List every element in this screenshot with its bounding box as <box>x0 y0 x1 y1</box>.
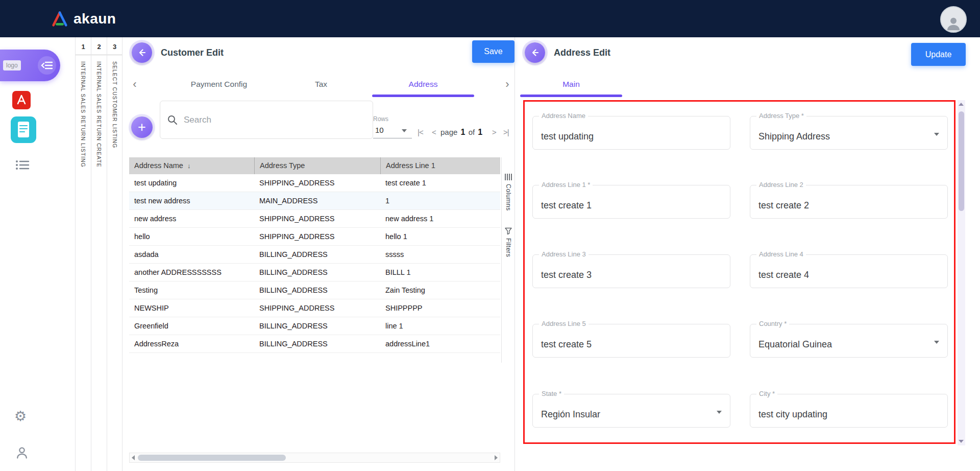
field-city[interactable]: City * test city updating <box>750 394 948 428</box>
field-value: test updating <box>541 131 594 142</box>
field-address-line-5[interactable]: Address Line 5 test create 5 <box>532 324 730 358</box>
table-horizontal-scrollbar[interactable] <box>129 453 500 463</box>
topbar: akaun <box>0 0 980 37</box>
last-page-button[interactable]: >| <box>503 128 509 136</box>
tabs-scroll-left-icon[interactable]: ‹ <box>129 75 141 93</box>
field-address-line-3[interactable]: Address Line 3 test create 3 <box>532 254 730 288</box>
tab-tax[interactable]: Tax <box>270 74 372 95</box>
header-label: Address Name <box>134 161 183 170</box>
dropdown-arrow-icon <box>934 133 939 136</box>
workflow-tab-2[interactable]: 2 INTERNAL SALES RETURN CREATE <box>91 37 107 471</box>
next-page-button[interactable]: > <box>492 128 496 136</box>
field-address-line-1[interactable]: Address Line 1 * test create 1 <box>532 185 730 219</box>
rows-per-page-select[interactable]: 10 <box>373 123 412 138</box>
tabs-scroll-right-icon[interactable]: › <box>501 75 513 93</box>
table-row[interactable]: NEWSHIP SHIPPING_ADDRESS SHIPPPPP <box>129 299 500 317</box>
cell-address-name: Greenfield <box>129 317 254 335</box>
add-address-button[interactable]: + <box>131 116 153 138</box>
table-row[interactable]: hello SHIPPING_ADDRESS hello 1 <box>129 228 500 246</box>
field-address-line-4[interactable]: Address Line 4 test create 4 <box>750 254 948 288</box>
horizontal-scroll-thumb[interactable] <box>138 455 286 461</box>
save-button[interactable]: Save <box>472 40 514 63</box>
header-address-type[interactable]: Address Type <box>254 157 380 174</box>
logo-placeholder: logo <box>3 60 21 70</box>
filter-icon <box>505 227 512 234</box>
first-page-button[interactable]: |< <box>418 128 423 136</box>
scroll-down-icon[interactable] <box>959 440 964 443</box>
cell-address-type: SHIPPING_ADDRESS <box>254 228 380 245</box>
brand-triangle-icon <box>51 11 68 27</box>
cell-address-type: SHIPPING_ADDRESS <box>254 174 380 192</box>
field-address-type[interactable]: Address Type * Shipping Address <box>750 116 948 150</box>
tab-address[interactable]: Address <box>372 74 474 95</box>
header-label: Address Line 1 <box>386 161 435 170</box>
vertical-scroll-thumb[interactable] <box>959 111 964 211</box>
update-button[interactable]: Update <box>911 43 966 66</box>
dropdown-arrow-icon <box>402 129 407 132</box>
header-address-line-1[interactable]: Address Line 1 <box>380 157 500 174</box>
columns-button[interactable]: Columns <box>502 174 515 211</box>
table-row[interactable]: test updating SHIPPING_ADDRESS test crea… <box>129 174 500 192</box>
field-value: test create 2 <box>758 200 809 211</box>
field-state[interactable]: State * Región Insular <box>532 394 730 428</box>
address-edit-back-button[interactable] <box>525 42 545 63</box>
columns-label: Columns <box>505 184 512 211</box>
table-row[interactable]: Testing BILLING_ADDRESS Zain Testing <box>129 281 500 299</box>
scroll-left-icon[interactable] <box>132 455 135 460</box>
list-menu-icon[interactable] <box>15 159 30 171</box>
field-address-line-2[interactable]: Address Line 2 test create 2 <box>750 185 948 219</box>
arrow-back-icon <box>137 48 146 57</box>
scroll-up-icon[interactable] <box>959 103 964 106</box>
documents-app-icon[interactable] <box>11 116 36 143</box>
field-label: Address Type * <box>756 112 806 120</box>
table-row[interactable]: test new address MAIN_ADDRESS 1 <box>129 192 500 210</box>
page-word: page <box>440 128 457 136</box>
customer-edit-title: Customer Edit <box>161 48 224 58</box>
field-country[interactable]: Country * Equatorial Guinea <box>750 324 948 358</box>
workflow-tab-3[interactable]: 3 SELECT CUSTOMER LISTING <box>107 37 122 471</box>
workflow-tab-number: 2 <box>91 37 107 55</box>
sort-desc-icon: ↓ <box>187 162 191 170</box>
settings-gear-icon[interactable]: ⚙ <box>14 410 27 423</box>
cell-address-type: BILLING_ADDRESS <box>254 264 380 281</box>
table-row[interactable]: AddressReza BILLING_ADDRESS addressLine1 <box>129 335 500 353</box>
sidebar-logo-toggle[interactable]: logo <box>0 50 60 81</box>
filters-button[interactable]: Filters <box>502 227 515 257</box>
table-row[interactable]: Greenfield BILLING_ADDRESS line 1 <box>129 317 500 335</box>
field-label: Address Line 1 * <box>539 181 593 189</box>
table-row[interactable]: new address SHIPPING_ADDRESS new address… <box>129 210 500 228</box>
prev-page-button[interactable]: < <box>432 128 436 136</box>
active-tab-underline <box>372 95 474 97</box>
search-input[interactable] <box>183 114 365 126</box>
pdf-tool-icon[interactable] <box>12 91 31 109</box>
brand-logo[interactable]: akaun <box>51 11 116 27</box>
field-value: Equatorial Guinea <box>758 339 832 350</box>
cell-address-line-1: hello 1 <box>380 228 500 245</box>
search-icon <box>167 115 178 125</box>
table-row[interactable]: asdada BILLING_ADDRESS sssss <box>129 246 500 264</box>
cell-address-name: test updating <box>129 174 254 192</box>
user-avatar[interactable] <box>940 6 967 33</box>
field-address-name[interactable]: Address Name test updating <box>532 116 730 150</box>
workflow-tab-label: INTERNAL SALES RETURN LISTING <box>80 61 86 168</box>
workflow-tab-label: SELECT CUSTOMER LISTING <box>112 61 118 148</box>
cell-address-name: test new address <box>129 192 254 209</box>
rows-per-page-value: 10 <box>375 126 384 134</box>
table-row[interactable]: another ADDRESSSSSSS BILLING_ADDRESS BIL… <box>129 264 500 281</box>
customer-edit-back-button[interactable] <box>132 42 152 63</box>
header-address-name[interactable]: Address Name↓ <box>129 157 254 174</box>
cell-address-name: Testing <box>129 281 254 299</box>
workflow-tab-1[interactable]: 1 INTERNAL SALES RETURN LISTING <box>75 37 91 471</box>
form-vertical-scrollbar[interactable] <box>958 100 965 445</box>
columns-icon <box>505 174 512 180</box>
tab-payment-config[interactable]: Payment Config <box>168 74 270 95</box>
cell-address-name: NEWSHIP <box>129 299 254 317</box>
cell-address-type: BILLING_ADDRESS <box>254 281 380 299</box>
app-window: akaun logo <box>0 0 980 471</box>
profile-person-icon[interactable] <box>15 445 29 460</box>
cell-address-name: AddressReza <box>129 335 254 352</box>
tab-main[interactable]: Main <box>520 74 622 95</box>
cell-address-line-1: addressLine1 <box>380 335 500 352</box>
cell-address-line-1: sssss <box>380 246 500 263</box>
scroll-right-icon[interactable] <box>495 455 498 460</box>
